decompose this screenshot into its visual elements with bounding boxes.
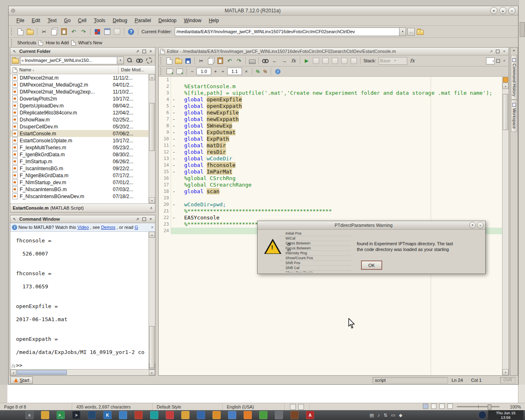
column-divider[interactable] [118,66,119,74]
menu-edit[interactable]: Edit [28,16,44,25]
breakpoint-margin[interactable] [171,208,177,215]
calc-app-icon[interactable] [228,411,236,419]
file-row[interactable]: DpertsUploadDev.m08/04/2... [10,102,148,109]
find-files-button[interactable] [135,56,144,65]
step-in-button[interactable] [340,57,349,65]
breakpoint-margin[interactable]: - [171,142,177,149]
code-line[interactable]: 15-global ImParMat [159,169,502,175]
tray-network-icon[interactable]: ⇅ [383,413,387,418]
breakpoint-margin[interactable] [171,221,177,228]
paste-button[interactable] [216,57,224,65]
scroll-down-icon[interactable]: ▾ [149,197,155,203]
file-row[interactable]: DMPexcel2mat_MediaDrug2exp...11/10/2... [10,88,148,95]
start-button[interactable]: Start [10,377,33,384]
close-panel-icon[interactable]: × [502,49,507,53]
undo-button[interactable]: ↶ [225,57,234,65]
background-scrollbar[interactable] [518,0,525,385]
file-row[interactable]: DoverlayPlots2m10/17/2... [10,95,148,102]
undo-button[interactable]: ↶ [69,27,78,36]
menu-help[interactable]: Help [205,16,223,25]
current-folder-combobox[interactable]: /media/data/EASY/InovImager_jwrCF_WINLin… [175,27,406,36]
command-prompt[interactable]: fx >> [16,362,148,369]
menu-debug[interactable]: Debug [109,16,131,25]
selection-mode-icon[interactable] [290,404,296,410]
command-window-scrollbar[interactable]: ▴ ▾ [148,232,155,369]
breakpoint-margin[interactable] [171,228,177,234]
scroll-up-icon[interactable]: ▴ [502,83,509,89]
undock-icon[interactable]: ↗ [135,49,140,53]
scrollbar-thumb[interactable] [503,94,508,130]
single-page-view-icon[interactable] [423,404,428,409]
details-expand-icon[interactable]: ∧ [150,206,153,210]
decrease-value-button[interactable]: − [189,68,195,75]
toolbar-grip[interactable] [11,39,13,46]
console-dark-icon[interactable]: > [72,411,80,419]
maximize-panel-icon[interactable] [142,217,146,221]
undock-icon[interactable]: ↗ [488,49,494,53]
paste-button[interactable] [59,27,68,36]
chevron-down-icon[interactable]: ▾ [399,28,406,36]
find-button[interactable] [261,57,269,65]
terminal-green-icon[interactable]: >_ [57,411,65,419]
menu-text[interactable]: Text [44,16,60,25]
multi-page-view-icon[interactable] [431,404,436,409]
file-row[interactable]: F_NImStartup_dev.m07/01/2... [10,179,148,186]
maximize-panel-icon[interactable] [142,50,146,53]
comment-button[interactable]: % [255,68,261,75]
page-count-status[interactable]: Page 8 of 8 [0,403,72,410]
scrollbar-track[interactable] [149,80,155,197]
tray-volume-icon[interactable]: ♪ [377,413,380,418]
simulink-button[interactable] [93,27,102,36]
code-line[interactable]: 4-global openExpfile [159,96,502,103]
menu-icon[interactable]: ≡ [25,411,34,419]
code-analyzer-indicator[interactable] [503,77,508,82]
side-tab-workspace[interactable]: Workspace [511,100,517,132]
open-button[interactable] [174,57,183,65]
breakpoint-margin[interactable]: - [171,201,177,208]
scroll-up-icon[interactable]: ▴ [149,74,155,80]
breakpoint-margin[interactable]: - [171,188,177,195]
page-style-status[interactable]: Default Style [153,403,223,410]
redo-button[interactable]: ↷ [235,57,243,65]
kde-launcher-icon[interactable]: K [103,411,112,419]
dialog-close-button[interactable]: × [477,222,484,228]
search-button[interactable] [125,56,134,65]
dialog-titlebar[interactable]: PTdirectParameters Warning ▾ × [258,221,485,230]
profiler-button[interactable] [113,27,121,36]
file-row[interactable]: F_IexpMultiTseries.m05/23/2... [10,144,148,151]
file-row[interactable]: DMPexcel2mat_MediaDrug2.m04/01/2... [10,81,148,88]
display-settings-icon[interactable] [88,411,96,419]
language-status[interactable]: English (USA) [223,403,285,410]
close-panel-icon[interactable]: × [148,217,153,221]
breakpoint-margin[interactable]: - [171,103,177,110]
command-window-hscrollbar[interactable]: ◂ ▸ [10,369,155,375]
file-details-bar[interactable]: EstartConsole.m (MATLAB Script) ∧ [10,203,155,212]
zoom-slider[interactable] [457,406,500,407]
media-player-icon[interactable] [135,411,143,419]
file-row[interactable]: F_IgenBkGrdData.m08/30/2... [10,151,148,158]
increase-value-button[interactable]: + [212,68,219,75]
continue-button[interactable] [349,57,358,65]
cut-button[interactable]: ✂ [40,27,48,36]
scrollbar-track[interactable] [502,89,509,369]
go-forward-button[interactable]: → [280,57,288,65]
cell-value-1[interactable]: 1.0 [196,68,211,75]
file-row[interactable]: F_NIscanIntensBG.m07/03/2... [10,186,148,193]
scrollbar-thumb[interactable] [149,326,155,368]
command-window-output[interactable]: fhconsole = 526.0007 fhconsole = 173.065… [10,232,148,369]
file-row[interactable]: DshowRaw.m02/25/2... [10,116,148,123]
uncomment-button[interactable]: % [262,68,268,75]
set-breakpoint-button[interactable] [312,57,320,65]
code-line[interactable]: 19 [159,195,502,201]
save-button[interactable] [184,57,192,65]
actions-button[interactable] [145,56,153,65]
split-layout-button[interactable]: ▾ [486,57,495,64]
maximize-panel-icon[interactable] [496,50,500,53]
scroll-right-icon[interactable]: ▸ [149,370,155,375]
file-list-scrollbar[interactable]: ▴ ▾ [148,74,155,203]
breakpoint-margin[interactable] [171,83,177,90]
breakpoint-margin[interactable] [171,90,177,96]
code-line[interactable]: 10-global ExpPath [159,136,502,142]
help-button[interactable]: ? [127,27,135,36]
breakpoint-margin[interactable]: - [171,116,177,123]
